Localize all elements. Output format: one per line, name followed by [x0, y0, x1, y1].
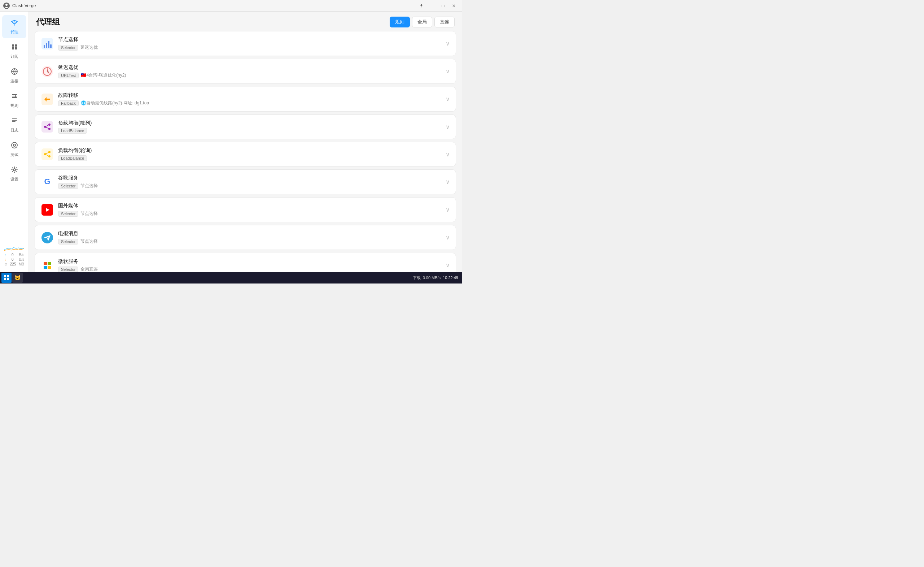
lb-roundrobin-info: 负载均衡(轮询) LoadBalance [58, 147, 443, 161]
telegram-chevron: ∨ [446, 234, 450, 241]
sidebar-subscribe-label: 订阅 [10, 54, 18, 59]
svg-point-12 [14, 144, 15, 146]
taskbar-clash-app[interactable]: 🐱 [12, 273, 23, 283]
telegram-icon [41, 231, 54, 244]
telegram-meta: Selector 节点选择 [58, 238, 443, 245]
proxy-group-telegram[interactable]: 电报消息 Selector 节点选择 ∨ [34, 225, 456, 250]
taskbar: 🐱 下载 0.00 MB/s 10:22:49 [0, 272, 462, 284]
lb-scatter-type: LoadBalance [58, 128, 87, 134]
svg-rect-16 [46, 43, 47, 48]
svg-rect-40 [48, 262, 51, 265]
sidebar-connections-label: 连接 [10, 78, 18, 84]
microsoft-meta: Selector 全局直连 [58, 266, 443, 272]
svg-rect-42 [48, 266, 51, 269]
upload-unit: B/s [19, 253, 24, 257]
proxy-group-lb-roundrobin[interactable]: 负载均衡(轮询) LoadBalance ∨ [34, 142, 456, 167]
sidebar-test-label: 测试 [10, 152, 18, 158]
logs-icon [11, 117, 18, 126]
mode-rule-button[interactable]: 规则 [390, 17, 410, 27]
sidebar-logs-label: 日志 [10, 128, 18, 133]
foreign-media-name: 国外媒体 [58, 203, 443, 209]
microsoft-type: Selector [58, 266, 78, 272]
proxy-group-lb-scatter[interactable]: 负载均衡(散列) LoadBalance ∨ [34, 114, 456, 139]
failover-type: Fallback [58, 101, 79, 106]
node-select-detail: 延迟选优 [81, 44, 98, 51]
delay-best-meta: URLTest 🇹🇼4台湾-联通优化(hy2) [58, 72, 443, 78]
sidebar-item-test[interactable]: 测试 [2, 138, 26, 161]
microsoft-icon [41, 259, 54, 272]
mode-direct-button[interactable]: 直连 [434, 17, 454, 27]
pin-button[interactable]: 🖈 [416, 2, 426, 10]
foreign-media-type: Selector [58, 211, 78, 217]
foreign-media-meta: Selector 节点选择 [58, 211, 443, 217]
mode-global-button[interactable]: 全局 [412, 17, 432, 27]
sidebar-item-settings[interactable]: 设置 [2, 162, 26, 186]
lb-roundrobin-name: 负载均衡(轮询) [58, 147, 443, 154]
total-icon: ⊙ [4, 262, 7, 266]
failover-info: 故障转移 Fallback 🌐自动最优线路(hy2)-网址: dg1.top [58, 92, 443, 106]
subscribe-icon [11, 43, 18, 53]
maximize-button[interactable]: □ [438, 2, 448, 10]
download-arrow: ↓ [4, 257, 6, 262]
delay-best-info: 延迟选优 URLTest 🇹🇼4台湾-联通优化(hy2) [58, 64, 443, 78]
delay-best-name: 延迟选优 [58, 64, 443, 71]
sidebar-item-subscribe[interactable]: 订阅 [2, 40, 26, 63]
app-body: 代理 订阅 连接 [0, 12, 462, 272]
svg-point-38 [42, 232, 53, 244]
lb-roundrobin-type: LoadBalance [58, 155, 87, 161]
upload-arrow: ↑ [4, 253, 6, 257]
node-select-info: 节点选择 Selector 延迟选优 [58, 36, 443, 51]
main-header: 代理组 规则 全局 直连 [29, 12, 462, 31]
delay-best-chevron: ∨ [446, 68, 450, 75]
node-select-type: Selector [58, 45, 78, 51]
proxy-group-delay-best[interactable]: 延迟选优 URLTest 🇹🇼4台湾-联通优化(hy2) ∨ [34, 59, 456, 84]
svg-rect-22 [42, 121, 53, 132]
titlebar-left: Clash Verge [3, 2, 36, 9]
download-stat: ↓ 0 B/s [4, 257, 24, 262]
sidebar-item-logs[interactable]: 日志 [2, 113, 26, 137]
microsoft-info: 微软服务 Selector 全局直连 [58, 258, 443, 272]
start-button[interactable] [2, 273, 12, 283]
failover-icon [41, 93, 54, 106]
telegram-info: 电报消息 Selector 节点选择 [58, 230, 443, 245]
taskbar-tray: 下载 0.00 MB/s 10:22:49 [413, 275, 460, 281]
taskbar-network-label: 下载 [413, 275, 421, 281]
minimize-button[interactable]: — [427, 2, 437, 10]
proxy-group-google[interactable]: G 谷歌服务 Selector 节点选择 ∨ [34, 169, 456, 194]
proxy-group-failover[interactable]: 故障转移 Fallback 🌐自动最优线路(hy2)-网址: dg1.top ∨ [34, 87, 456, 111]
svg-rect-52 [4, 275, 6, 277]
google-meta: Selector 节点选择 [58, 183, 443, 189]
proxy-group-microsoft[interactable]: 微软服务 Selector 全局直连 ∨ [34, 253, 456, 272]
sidebar: 代理 订阅 连接 [0, 12, 29, 272]
svg-point-10 [13, 97, 14, 98]
gear-icon [11, 166, 18, 175]
svg-point-8 [13, 94, 14, 95]
delay-best-detail: 🇹🇼4台湾-联通优化(hy2) [81, 72, 126, 78]
svg-rect-55 [7, 278, 9, 280]
sidebar-rules-label: 规则 [10, 103, 18, 108]
proxy-list: 节点选择 Selector 延迟选优 ∨ [29, 31, 462, 272]
microsoft-chevron: ∨ [446, 262, 450, 269]
proxy-group-node-select[interactable]: 节点选择 Selector 延迟选优 ∨ [34, 31, 456, 56]
node-select-icon [41, 37, 54, 50]
close-button[interactable]: ✕ [449, 2, 459, 10]
main-content: 代理组 规则 全局 直连 [29, 12, 462, 272]
taskbar-time: 10:22:49 [443, 275, 458, 280]
sidebar-item-proxy[interactable]: 代理 [2, 15, 26, 38]
download-unit: B/s [19, 257, 24, 262]
taskbar-network-value: 0.00 MB/s [423, 275, 441, 280]
sidebar-item-connections[interactable]: 连接 [2, 64, 26, 87]
sidebar-proxy-label: 代理 [10, 29, 18, 35]
titlebar: Clash Verge 🖈 — □ ✕ [0, 0, 462, 12]
foreign-media-chevron: ∨ [446, 206, 450, 213]
svg-rect-17 [48, 41, 50, 48]
google-info: 谷歌服务 Selector 节点选择 [58, 175, 443, 189]
proxy-group-foreign-media[interactable]: 国外媒体 Selector 节点选择 ∨ [34, 197, 456, 222]
lb-roundrobin-icon [41, 148, 54, 161]
delay-best-type: URLTest [58, 72, 79, 78]
sidebar-item-rules[interactable]: 规则 [2, 89, 26, 112]
failover-chevron: ∨ [446, 96, 450, 102]
delay-best-icon [41, 65, 54, 78]
window-controls: 🖈 — □ ✕ [416, 2, 459, 10]
node-select-chevron: ∨ [446, 40, 450, 47]
